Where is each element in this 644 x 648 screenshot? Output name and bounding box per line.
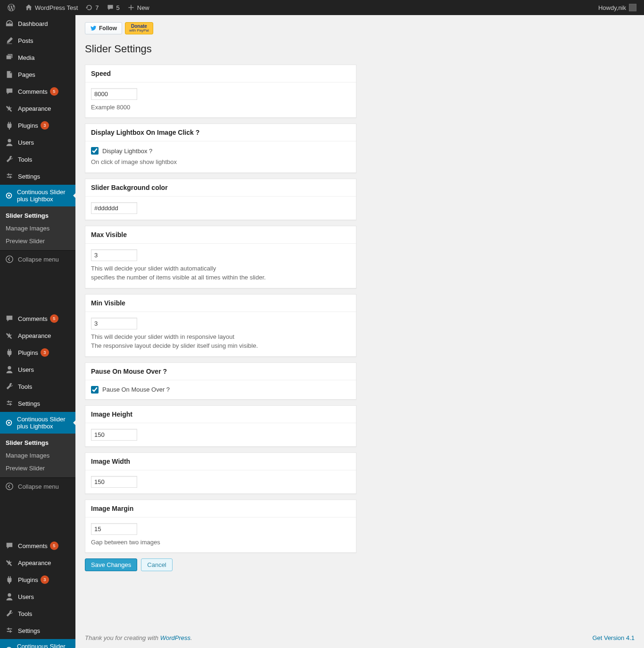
save-button[interactable]: Save Changes <box>85 558 137 571</box>
submenu-item[interactable]: Preview Slider <box>0 462 75 475</box>
sidebar-item-slider[interactable]: Continuous Slider plus Lightbox <box>0 185 75 206</box>
updates-link[interactable]: 7 <box>82 0 102 15</box>
settings-icon <box>5 399 14 408</box>
wp-logo[interactable] <box>4 0 21 15</box>
setting-speed: Speed Example 8000 <box>85 65 356 118</box>
wordpress-link[interactable]: WordPress <box>160 634 190 641</box>
sidebar-item-users[interactable]: Users <box>0 134 75 151</box>
comments-link[interactable]: 5 <box>103 0 124 15</box>
version-link[interactable]: Get Version 4.1 <box>592 634 635 641</box>
sidebar-item-tools[interactable]: Tools <box>0 151 75 168</box>
max-visible-helper1: This will decide your slider width autom… <box>91 264 350 273</box>
submenu: Slider SettingsManage ImagesPreview Slid… <box>0 206 75 250</box>
sidebar-item-comments[interactable]: Comments5 <box>0 537 75 554</box>
sidebar-item-label: Plugins <box>18 122 38 129</box>
sidebar-item-settings[interactable]: Settings <box>0 395 75 412</box>
sidebar-item-label: Appearance <box>18 332 51 339</box>
setting-image-margin: Image Margin Gap between two images <box>85 500 356 553</box>
sidebar-item-label: Continuous Slider plus Lightbox <box>17 189 71 203</box>
users-icon <box>5 138 14 147</box>
speed-input[interactable] <box>91 88 137 100</box>
sidebar-item-comments[interactable]: Comments5 <box>0 83 75 100</box>
sidebar-item-label: Settings <box>18 173 40 180</box>
image-margin-input[interactable] <box>91 523 137 535</box>
badge: 3 <box>41 575 49 584</box>
plugins-icon <box>5 121 14 130</box>
sidebar-item-tools[interactable]: Tools <box>0 378 75 395</box>
sidebar-item-slider[interactable]: Continuous Slider plus Lightbox <box>0 412 75 434</box>
sidebar-item-plugins[interactable]: Plugins3 <box>0 117 75 134</box>
submenu-item[interactable]: Preview Slider <box>0 235 75 247</box>
site-name-link[interactable]: WordPress Test <box>21 0 82 15</box>
pages-icon <box>5 70 14 79</box>
sidebar-item-label: Dashboard <box>18 20 48 27</box>
lightbox-checkbox[interactable] <box>91 147 99 155</box>
new-label: New <box>137 4 149 11</box>
paypal-donate-button[interactable]: Donate with PayPal <box>125 22 153 34</box>
sidebar-item-users[interactable]: Users <box>0 361 75 378</box>
lightbox-helper: On click of image show lightbox <box>91 157 350 167</box>
sidebar-item-plugins[interactable]: Plugins3 <box>0 571 75 588</box>
image-height-input[interactable] <box>91 429 137 441</box>
setting-heading: Min Visible <box>85 295 356 312</box>
user-name: nik <box>618 4 626 11</box>
sidebar-item-comments[interactable]: Comments5 <box>0 310 75 327</box>
min-visible-helper2: The responsive layout decide by slider i… <box>91 341 350 351</box>
sidebar-item-label: Appearance <box>18 559 51 566</box>
form-actions: Save Changes Cancel <box>85 558 635 571</box>
sidebar-item-label: Continuous Slider plus Lightbox <box>17 643 71 648</box>
sidebar-item-plugins[interactable]: Plugins3 <box>0 344 75 361</box>
twitter-follow-button[interactable]: Follow <box>85 22 122 34</box>
image-margin-helper: Gap between two images <box>91 538 350 547</box>
footer-thanks-suffix: . <box>190 634 192 641</box>
account-link[interactable]: Howdy, nik <box>594 0 640 15</box>
sidebar-item-label: Comments <box>18 542 48 550</box>
submenu-item[interactable]: Manage Images <box>0 449 75 462</box>
setting-max-visible: Max Visible This will decide your slider… <box>85 226 356 288</box>
sidebar-item-appearance[interactable]: Appearance <box>0 100 75 117</box>
sidebar-item-users[interactable]: Users <box>0 588 75 605</box>
sidebar-item-label: Appearance <box>18 105 51 112</box>
sidebar-item-label: Pages <box>18 71 35 78</box>
sidebar-item-settings[interactable]: Settings <box>0 168 75 185</box>
sidebar-item-appearance[interactable]: Appearance <box>0 554 75 571</box>
sidebar-item-label: Settings <box>18 400 40 407</box>
submenu-item[interactable]: Slider Settings <box>0 436 75 449</box>
image-width-input[interactable] <box>91 476 137 488</box>
min-visible-input[interactable] <box>91 318 137 329</box>
setting-heading: Speed <box>85 65 356 82</box>
sidebar-item-label: Continuous Slider plus Lightbox <box>17 416 71 430</box>
sidebar-item-tools[interactable]: Tools <box>0 605 75 622</box>
sidebar-item-label: Media <box>18 54 34 61</box>
avatar <box>629 4 636 11</box>
appearance-icon <box>5 331 14 340</box>
sidebar-item-label: Plugins <box>18 349 38 356</box>
cancel-button[interactable]: Cancel <box>141 558 172 571</box>
admin-footer: Thank you for creating with WordPress. G… <box>75 628 644 648</box>
collapse-menu[interactable]: Collapse menu <box>0 250 75 268</box>
sidebar-item-slider[interactable]: Continuous Slider plus Lightbox <box>0 639 75 648</box>
collapse-icon <box>5 482 14 491</box>
bgcolor-input[interactable] <box>91 202 137 214</box>
collapse-menu[interactable]: Collapse menu <box>0 477 75 495</box>
sidebar-item-settings[interactable]: Settings <box>0 622 75 639</box>
sidebar-item-appearance[interactable]: Appearance <box>0 327 75 344</box>
setting-image-width: Image Width <box>85 452 356 494</box>
sidebar-item-pages[interactable]: Pages <box>0 66 75 83</box>
setting-heading: Image Width <box>85 453 356 470</box>
pause-checkbox[interactable] <box>91 386 99 394</box>
submenu-item[interactable]: Slider Settings <box>0 209 75 222</box>
sidebar-item-dashboard[interactable]: Dashboard <box>0 15 75 32</box>
page-title: Slider Settings <box>85 43 635 55</box>
setting-heading: Slider Background color <box>85 179 356 197</box>
tools-icon <box>5 609 14 618</box>
sidebar-item-label: Tools <box>18 383 32 390</box>
max-visible-input[interactable] <box>91 249 137 261</box>
sidebar-item-posts[interactable]: Posts <box>0 32 75 49</box>
new-content-link[interactable]: New <box>124 0 153 15</box>
sidebar-item-label: Users <box>18 593 34 600</box>
submenu-item[interactable]: Manage Images <box>0 222 75 235</box>
sidebar-item-media[interactable]: Media <box>0 49 75 66</box>
collapse-label: Collapse menu <box>18 483 59 490</box>
badge: 5 <box>50 314 58 323</box>
